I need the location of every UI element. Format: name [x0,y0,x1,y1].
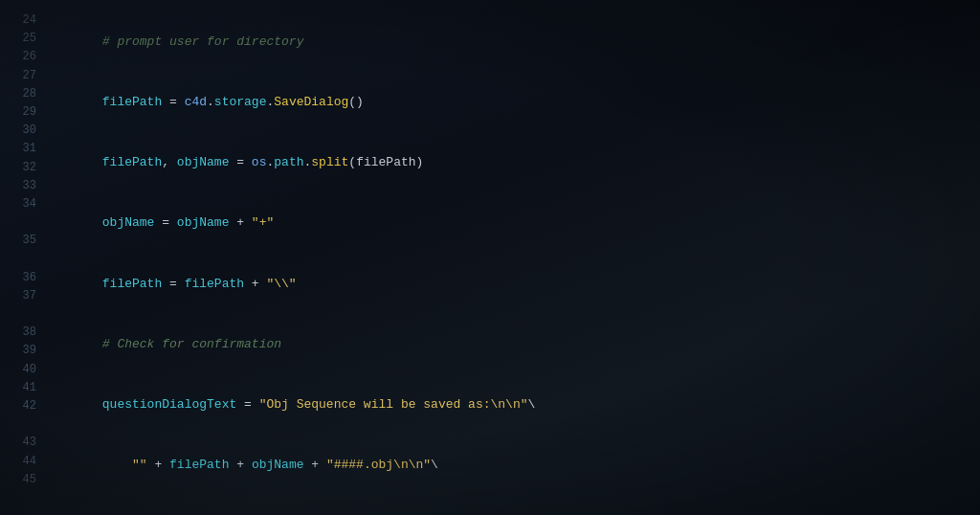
line-numbers: 24 25 26 27 28 29 30 31 32 33 34 35 36 3… [0,11,48,489]
code-line-27: objName = objName + "+" [57,192,961,253]
code-line-29-comment: # Check for confirmation [57,314,961,374]
code-line-24: # prompt user for directory [57,11,961,72]
code-editor: 24 25 26 27 28 29 30 31 32 33 34 35 36 3… [0,0,980,515]
code-line-31: "" + filePath + objName + "####.obj\n\n"… [57,435,961,495]
code-line-25: filePath = c4d.storage.SaveDialog() [57,72,961,132]
code-line-30: questionDialogText = "Obj Sequence will … [57,374,961,435]
code-content: # prompt user for directory filePath = c… [57,11,961,515]
code-line-26: filePath, objName = os.path.split(filePa… [57,132,961,192]
code-line-32: "from frame " + str(fromTime) + " to " +… [57,495,961,515]
code-line-28: filePath = filePath + "\\" [57,254,961,314]
